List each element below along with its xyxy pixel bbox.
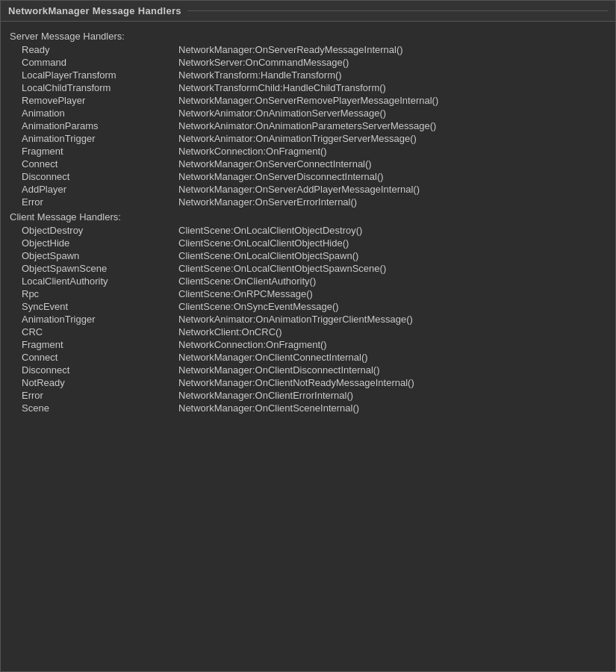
server-handler-row: AddPlayerNetworkManager:OnServerAddPlaye… — [10, 183, 606, 196]
client-handler-row: ObjectHideClientScene:OnLocalClientObjec… — [10, 237, 606, 249]
server-handler-name: Fragment — [22, 146, 178, 157]
client-handler-row: ObjectSpawnClientScene:OnLocalClientObje… — [10, 249, 606, 262]
client-handler-row: ObjectSpawnSceneClientScene:OnLocalClien… — [10, 262, 606, 275]
client-handler-name: Rpc — [22, 288, 178, 299]
server-handler-name: LocalPlayerTransform — [22, 69, 178, 81]
client-handler-value: NetworkConnection:OnFragment() — [178, 339, 327, 350]
server-handler-row: ErrorNetworkManager:OnServerErrorInterna… — [10, 196, 606, 208]
client-handler-row: DisconnectNetworkManager:OnClientDisconn… — [10, 364, 606, 376]
server-handler-value: NetworkServer:OnCommandMessage() — [178, 57, 349, 68]
server-handler-value: NetworkConnection:OnFragment() — [178, 146, 327, 157]
panel-header: NetworkManager Message Handlers — [1, 1, 615, 22]
server-handler-name: Ready — [22, 44, 178, 55]
client-handlers-list: ObjectDestroyClientScene:OnLocalClientOb… — [10, 224, 606, 414]
server-handler-row: AnimationTriggerNetworkAnimator:OnAnimat… — [10, 132, 606, 145]
client-handler-value: NetworkManager:OnClientNotReadyMessageIn… — [178, 377, 414, 388]
client-handler-value: NetworkManager:OnClientErrorInternal() — [178, 390, 353, 401]
server-handler-row: LocalChildTransformNetworkTransformChild… — [10, 81, 606, 94]
client-handler-name: Scene — [22, 402, 178, 414]
server-handler-name: AnimationParams — [22, 120, 178, 131]
client-handler-name: ObjectSpawn — [22, 250, 178, 261]
server-handler-name: AnimationTrigger — [22, 133, 178, 144]
server-handler-name: Connect — [22, 158, 178, 169]
panel-title: NetworkManager Message Handlers — [8, 5, 181, 16]
server-section-header: Server Message Handlers: — [10, 31, 606, 42]
server-handler-value: NetworkManager:OnServerErrorInternal() — [178, 196, 357, 208]
server-handler-row: DisconnectNetworkManager:OnServerDisconn… — [10, 170, 606, 183]
server-handler-row: AnimationParamsNetworkAnimator:OnAnimati… — [10, 119, 606, 132]
server-handler-value: NetworkTransformChild:HandleChildTransfo… — [178, 82, 386, 93]
client-handler-name: NotReady — [22, 377, 178, 388]
server-handler-value: NetworkManager:OnServerAddPlayerMessageI… — [178, 184, 420, 195]
client-handler-value: ClientScene:OnRPCMessage() — [178, 288, 313, 299]
server-handler-row: LocalPlayerTransformNetworkTransform:Han… — [10, 69, 606, 81]
server-handler-row: ConnectNetworkManager:OnServerConnectInt… — [10, 158, 606, 170]
server-handler-row: FragmentNetworkConnection:OnFragment() — [10, 145, 606, 158]
panel-content: Server Message Handlers: ReadyNetworkMan… — [1, 22, 615, 420]
server-handler-name: Animation — [22, 108, 178, 119]
client-handler-value: NetworkManager:OnClientDisconnectInterna… — [178, 364, 380, 376]
client-handler-row: CRCNetworkClient:OnCRC() — [10, 326, 606, 338]
client-handler-value: ClientScene:OnClientAuthority() — [178, 276, 316, 287]
client-handler-name: LocalClientAuthority — [22, 276, 178, 287]
server-handler-value: NetworkTransform:HandleTransform() — [178, 69, 342, 81]
client-handler-value: ClientScene:OnSyncEventMessage() — [178, 301, 339, 312]
client-handler-value: NetworkManager:OnClientConnectInternal() — [178, 352, 368, 363]
server-handler-name: RemovePlayer — [22, 95, 178, 106]
server-handler-value: NetworkManager:OnServerRemovePlayerMessa… — [178, 95, 438, 106]
server-handler-value: NetworkAnimator:OnAnimationServerMessage… — [178, 108, 386, 119]
client-handler-value: ClientScene:OnLocalClientObjectDestroy() — [178, 225, 362, 236]
client-handler-value: NetworkAnimator:OnAnimationTriggerClient… — [178, 314, 413, 325]
client-handler-row: ConnectNetworkManager:OnClientConnectInt… — [10, 351, 606, 364]
client-handler-value: ClientScene:OnLocalClientObjectSpawnScen… — [178, 263, 386, 274]
client-handler-row: AnimationTriggerNetworkAnimator:OnAnimat… — [10, 313, 606, 326]
client-handler-value: NetworkClient:OnCRC() — [178, 326, 282, 337]
client-handler-name: SyncEvent — [22, 301, 178, 312]
server-handler-name: Disconnect — [22, 171, 178, 182]
client-handler-row: SyncEventClientScene:OnSyncEventMessage(… — [10, 300, 606, 313]
client-handler-value: NetworkManager:OnClientSceneInternal() — [178, 402, 359, 414]
client-section-header: Client Message Handlers: — [10, 211, 606, 223]
server-handler-name: Command — [22, 57, 178, 68]
client-handler-name: ObjectDestroy — [22, 225, 178, 236]
panel: NetworkManager Message Handlers Server M… — [0, 0, 616, 672]
client-handler-row: SceneNetworkManager:OnClientSceneInterna… — [10, 402, 606, 414]
client-handler-row: LocalClientAuthorityClientScene:OnClient… — [10, 275, 606, 287]
client-handler-value: ClientScene:OnLocalClientObjectHide() — [178, 237, 349, 249]
client-handler-row: RpcClientScene:OnRPCMessage() — [10, 287, 606, 300]
client-handler-name: Connect — [22, 352, 178, 363]
client-handler-name: ObjectHide — [22, 237, 178, 249]
client-handler-row: NotReadyNetworkManager:OnClientNotReadyM… — [10, 376, 606, 389]
server-handler-row: AnimationNetworkAnimator:OnAnimationServ… — [10, 107, 606, 119]
server-handler-value: NetworkManager:OnServerDisconnectInterna… — [178, 171, 384, 182]
server-handler-value: NetworkManager:OnServerConnectInternal() — [178, 158, 372, 169]
server-handler-name: Error — [22, 196, 178, 208]
client-handler-value: ClientScene:OnLocalClientObjectSpawn() — [178, 250, 358, 261]
client-handler-row: FragmentNetworkConnection:OnFragment() — [10, 338, 606, 351]
client-handler-name: Error — [22, 390, 178, 401]
server-handler-row: ReadyNetworkManager:OnServerReadyMessage… — [10, 43, 606, 56]
client-handler-row: ErrorNetworkManager:OnClientErrorInterna… — [10, 389, 606, 402]
server-handler-name: AddPlayer — [22, 184, 178, 195]
client-handler-name: ObjectSpawnScene — [22, 263, 178, 274]
server-handler-value: NetworkAnimator:OnAnimationParametersSer… — [178, 120, 436, 131]
client-handler-name: Disconnect — [22, 364, 178, 376]
panel-title-line — [187, 10, 608, 11]
server-handlers-list: ReadyNetworkManager:OnServerReadyMessage… — [10, 43, 606, 208]
client-handler-name: AnimationTrigger — [22, 314, 178, 325]
client-handler-row: ObjectDestroyClientScene:OnLocalClientOb… — [10, 224, 606, 237]
server-handler-row: RemovePlayerNetworkManager:OnServerRemov… — [10, 94, 606, 107]
server-handler-row: CommandNetworkServer:OnCommandMessage() — [10, 56, 606, 69]
client-handler-name: CRC — [22, 326, 178, 337]
server-handler-name: LocalChildTransform — [22, 82, 178, 93]
server-handler-value: NetworkAnimator:OnAnimationTriggerServer… — [178, 133, 417, 144]
server-handler-value: NetworkManager:OnServerReadyMessageInter… — [178, 44, 403, 55]
client-handler-name: Fragment — [22, 339, 178, 350]
